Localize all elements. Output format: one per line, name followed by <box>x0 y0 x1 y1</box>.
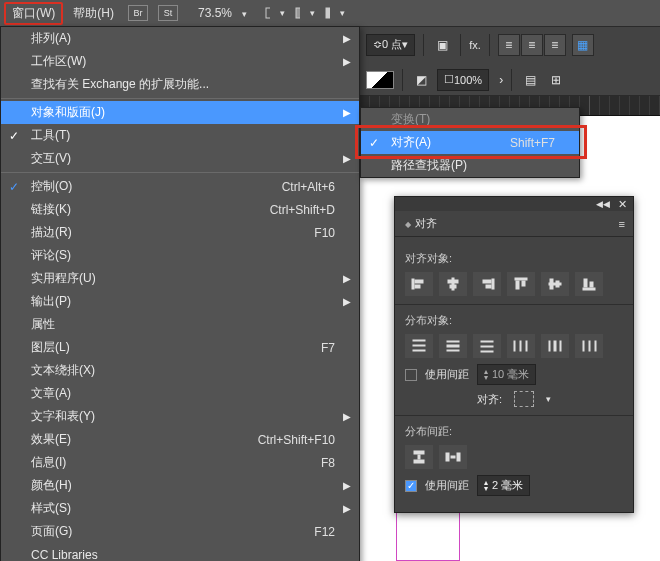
svg-rect-10 <box>492 279 494 289</box>
stroke-weight-field[interactable]: ≎ 0 点 ▾ <box>366 34 415 56</box>
svg-rect-20 <box>584 279 587 287</box>
menu-exchange[interactable]: 查找有关 Exchange 的扩展功能... <box>1 73 359 96</box>
svg-rect-32 <box>520 341 521 351</box>
view-options-icon[interactable]: ▾ <box>265 5 285 21</box>
distribute-horizontal-space-icon[interactable] <box>439 445 467 469</box>
bridge-icon[interactable]: Br <box>128 5 148 21</box>
distribute-objects-label: 分布对象: <box>405 313 623 328</box>
gap-icon[interactable]: ⊞ <box>546 72 566 88</box>
align-right-edges-icon[interactable] <box>473 272 501 296</box>
menu-comment[interactable]: 评论(S) <box>1 244 359 267</box>
menu-help[interactable]: 帮助(H) <box>65 2 122 25</box>
arrange-docs-icon[interactable]: ▾ <box>325 5 345 21</box>
menu-text-wrap[interactable]: 文本绕排(X) <box>1 359 359 382</box>
use-spacing-label-1: 使用间距 <box>425 367 469 382</box>
align-left-icon[interactable]: ≡ <box>498 34 520 56</box>
submenu-pathfinder[interactable]: 路径查找器(P) <box>361 154 579 177</box>
svg-rect-18 <box>556 281 559 287</box>
menu-link[interactable]: 链接(K)Ctrl+Shift+D <box>1 198 359 221</box>
svg-rect-34 <box>549 341 550 351</box>
menu-page[interactable]: 页面(G)F12 <box>1 520 359 543</box>
distribute-vertical-space-icon[interactable] <box>405 445 433 469</box>
svg-rect-40 <box>414 451 424 454</box>
distribute-left-icon[interactable] <box>507 334 535 358</box>
menu-workspace[interactable]: 工作区(W)▶ <box>1 50 359 73</box>
screen-mode-icon[interactable]: ▾ <box>295 5 315 21</box>
align-to-selection-icon[interactable] <box>514 391 534 407</box>
menu-effect[interactable]: 效果(E)Ctrl+Shift+F10 <box>1 428 359 451</box>
align-bottom-edges-icon[interactable] <box>575 272 603 296</box>
submenu-transform[interactable]: 变换(T) <box>361 108 579 131</box>
corner-options-icon[interactable]: ▣ <box>432 37 452 53</box>
menu-window[interactable]: 窗口(W) <box>4 2 63 25</box>
svg-rect-14 <box>516 281 519 289</box>
stock-icon[interactable]: St <box>158 5 178 21</box>
panel-menu-icon[interactable]: ≡ <box>619 218 625 230</box>
use-spacing-checkbox-2[interactable]: ✓ <box>405 480 417 492</box>
menu-color[interactable]: 颜色(H)▶ <box>1 474 359 497</box>
menu-info[interactable]: 信息(I)F8 <box>1 451 359 474</box>
blend-mode-icon[interactable]: ◩ <box>411 72 431 88</box>
align-panel-tab[interactable]: 对齐 <box>395 211 447 236</box>
svg-rect-11 <box>483 280 491 283</box>
svg-rect-17 <box>550 279 553 289</box>
svg-rect-36 <box>560 341 561 351</box>
menu-arrange[interactable]: 排列(A)▶ <box>1 27 359 50</box>
menu-utility[interactable]: 实用程序(U)▶ <box>1 267 359 290</box>
svg-rect-35 <box>554 341 556 351</box>
distribute-vcenter-icon[interactable] <box>439 334 467 358</box>
window-menu-dropdown: 排列(A)▶ 工作区(W)▶ 查找有关 Exchange 的扩展功能... 对象… <box>0 26 360 561</box>
distribute-hcenter-icon[interactable] <box>541 334 569 358</box>
fill-stroke-swatch[interactable] <box>366 71 394 89</box>
menu-output[interactable]: 输出(P)▶ <box>1 290 359 313</box>
menu-tools[interactable]: ✓工具(T) <box>1 124 359 147</box>
align-left-edges-icon[interactable] <box>405 272 433 296</box>
align-top-edges-icon[interactable] <box>507 272 535 296</box>
svg-rect-37 <box>583 341 584 351</box>
fx-button[interactable]: fx. <box>469 39 481 51</box>
submenu-align[interactable]: ✓对齐(A)Shift+F7 <box>361 131 579 154</box>
distribute-right-icon[interactable] <box>575 334 603 358</box>
menu-attributes[interactable]: 属性 <box>1 313 359 336</box>
svg-rect-42 <box>418 455 420 459</box>
align-right-icon[interactable]: ≡ <box>544 34 566 56</box>
menu-stroke[interactable]: 描边(R)F10 <box>1 221 359 244</box>
svg-rect-4 <box>412 279 414 289</box>
text-wrap-icon[interactable]: ▤ <box>520 72 540 88</box>
svg-rect-39 <box>595 341 596 351</box>
svg-rect-15 <box>522 281 525 286</box>
svg-rect-41 <box>414 460 424 463</box>
menu-layers[interactable]: 图层(L)F7 <box>1 336 359 359</box>
svg-rect-2 <box>326 8 330 18</box>
opacity-field[interactable]: ☐ 100% <box>437 69 489 91</box>
menu-text-table[interactable]: 文字和表(Y)▶ <box>1 405 359 428</box>
transform-icon[interactable]: ▦ <box>572 34 594 56</box>
svg-rect-22 <box>413 340 425 341</box>
svg-rect-8 <box>448 280 458 283</box>
menu-interaction[interactable]: 交互(V)▶ <box>1 147 359 170</box>
distribute-bottom-icon[interactable] <box>473 334 501 358</box>
align-horizontal-centers-icon[interactable] <box>439 272 467 296</box>
align-center-icon[interactable]: ≡ <box>521 34 543 56</box>
svg-rect-9 <box>450 285 456 288</box>
menu-control[interactable]: ✓控制(O)Ctrl+Alt+6 <box>1 175 359 198</box>
zoom-level[interactable]: 73.5%▾ <box>190 3 255 23</box>
align-objects-label: 对齐对象: <box>405 251 623 266</box>
align-vertical-centers-icon[interactable] <box>541 272 569 296</box>
menu-style[interactable]: 样式(S)▶ <box>1 497 359 520</box>
svg-rect-25 <box>447 341 459 342</box>
spacing-field-2[interactable]: ▴▾2 毫米 <box>477 475 530 496</box>
distribute-top-icon[interactable] <box>405 334 433 358</box>
menu-object-layout[interactable]: 对象和版面(J)▶ <box>1 101 359 124</box>
svg-rect-26 <box>447 345 459 347</box>
collapse-icon[interactable]: ◀◀ <box>596 199 610 209</box>
svg-rect-5 <box>415 280 423 283</box>
spacing-field-1[interactable]: ▴▾10 毫米 <box>477 364 536 385</box>
use-spacing-checkbox-1[interactable] <box>405 369 417 381</box>
svg-rect-43 <box>446 453 449 461</box>
menu-article[interactable]: 文章(A) <box>1 382 359 405</box>
svg-rect-1 <box>296 8 300 18</box>
close-icon[interactable]: ✕ <box>618 198 627 211</box>
menu-cc-libraries[interactable]: CC Libraries <box>1 543 359 561</box>
svg-rect-0 <box>266 8 270 18</box>
